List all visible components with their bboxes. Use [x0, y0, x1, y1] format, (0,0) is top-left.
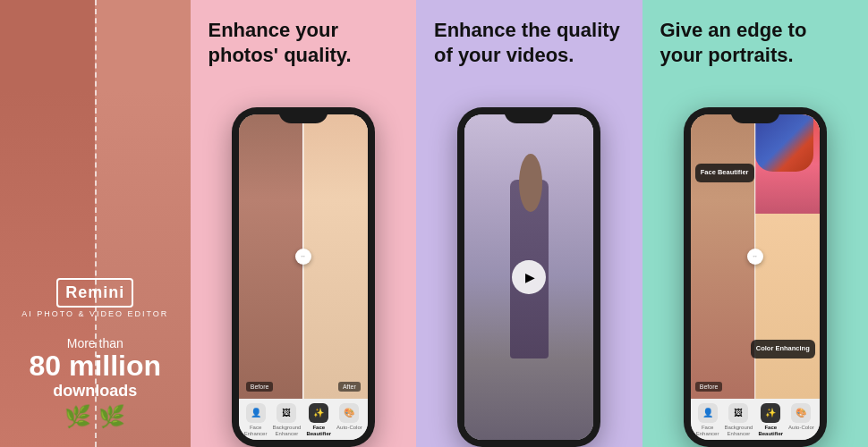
panel-2: Enhance your photos' quality. ↔ Before: [191, 0, 417, 447]
panel4-auto-color-label: Auto-Color: [788, 425, 814, 431]
play-button[interactable]: ▶: [512, 260, 546, 294]
panel2-phone: ↔ Before After 👤 FaceEnhancer 🖼: [232, 107, 375, 447]
panel3-headline-row: Enhance the quality of your videos.: [434, 18, 625, 67]
panel4-tool-auto-color: 🎨 Auto-Color: [788, 403, 814, 437]
auto-color-label: Auto-Color: [336, 425, 362, 431]
panel4-phone-container: ↔ Face Beautifier Before Color Enhancing…: [660, 74, 851, 447]
face-enhancer-label: FaceEnhancer: [244, 425, 268, 437]
panel4-toolbar: 👤 FaceEnhancer 🖼 BackgroundEnhancer ✨ Fa…: [691, 399, 820, 440]
panel4-face-fill: ↔ Face Beautifier Before Color Enhancing: [691, 114, 820, 399]
face-beautifier-label: FaceBeautifier: [306, 425, 331, 437]
panel2-screen: ↔ Before After: [239, 114, 368, 399]
panel4-auto-color-icon: 🎨: [791, 403, 811, 423]
panel4-tool-face-enhancer: 👤 FaceEnhancer: [696, 403, 719, 437]
laurel-right-icon: 🌿: [98, 404, 125, 429]
before-label: Before: [246, 382, 274, 392]
panel4-bg-enhancer-label: BackgroundEnhancer: [724, 425, 753, 437]
panel3-wrapper: Enhance the quality of your videos.: [434, 18, 625, 447]
panel4-tool-face-beautifier: ✨ FaceBeautifier: [758, 403, 783, 437]
tool-bg-enhancer: 🖼 BackgroundEnhancer: [272, 403, 301, 437]
panel4-notch: [730, 107, 779, 123]
panel-1: Remini AI PHOTO & VIDEO EDITOR More than…: [0, 0, 191, 447]
panel4-face-beautifier-label: FaceBeautifier: [758, 425, 783, 437]
panel4-tool-bg-enhancer: 🖼 BackgroundEnhancer: [724, 403, 753, 437]
panel2-phone-inner: ↔ Before After 👤 FaceEnhancer 🖼: [239, 114, 368, 440]
skateboard-scene: ▶: [464, 114, 593, 440]
panel4-phone-inner: ↔ Face Beautifier Before Color Enhancing…: [691, 114, 820, 440]
panel3-phone-container: ▶: [434, 74, 625, 447]
panel4-wrapper: Give an edge to your portraits.: [660, 18, 851, 447]
bg-enhancer-label: BackgroundEnhancer: [272, 425, 301, 437]
panel2-phone-container: ↔ Before After 👤 FaceEnhancer 🖼: [208, 74, 399, 447]
color-enhancing-badge: Color Enhancing: [751, 340, 815, 358]
auto-color-icon: 🎨: [339, 403, 359, 423]
dashed-divider: [95, 0, 97, 447]
panel-4: Give an edge to your portraits.: [642, 0, 869, 447]
panel4-face-beautifier-icon: ✨: [761, 403, 780, 423]
panel3-screen: ▶: [464, 114, 593, 440]
panel2-face-fill: ↔ Before After: [239, 114, 368, 399]
panel2-headline: Enhance your photos' quality.: [208, 18, 399, 67]
panel-3: Enhance the quality of your videos.: [416, 0, 642, 447]
face-beautifier-badge: Face Beautifier: [695, 164, 754, 182]
panel2-toolbar: 👤 FaceEnhancer 🖼 BackgroundEnhancer ✨ Fa…: [239, 399, 368, 440]
panel4-headline: Give an edge to your portraits.: [660, 18, 851, 67]
panel2-notch: [278, 107, 328, 123]
panel4-headline-row: Give an edge to your portraits.: [660, 18, 851, 67]
play-icon: ▶: [525, 270, 535, 284]
panel3-phone: ▶: [457, 107, 600, 447]
laurel-left-icon: 🌿: [64, 404, 91, 429]
after-label: After: [338, 382, 361, 392]
face-enhancer-icon: 👤: [246, 403, 266, 423]
panel3-headline: Enhance the quality of your videos.: [434, 18, 625, 67]
panel4-face-enhancer-label: FaceEnhancer: [696, 425, 719, 437]
panel4-bg-enhancer-icon: 🖼: [728, 403, 748, 423]
face-beautifier-icon: ✨: [309, 403, 328, 423]
panel3-notch: [505, 107, 554, 123]
panel4-before-label: Before: [695, 382, 723, 392]
panel2-headline-row: Enhance your photos' quality.: [208, 18, 399, 67]
tool-auto-color: 🎨 Auto-Color: [336, 403, 362, 437]
panel3-phone-inner: ▶: [464, 114, 593, 440]
tool-face-beautifier: ✨ FaceBeautifier: [306, 403, 331, 437]
bg-enhancer-icon: 🖼: [277, 403, 296, 423]
panel2-wrapper: Enhance your photos' quality. ↔ Before: [208, 18, 399, 447]
panel4-phone: ↔ Face Beautifier Before Color Enhancing…: [684, 107, 827, 447]
panel4-face-enhancer-icon: 👤: [698, 403, 718, 423]
tool-face-enhancer: 👤 FaceEnhancer: [244, 403, 268, 437]
panel4-screen: ↔ Face Beautifier Before Color Enhancing: [691, 114, 820, 399]
